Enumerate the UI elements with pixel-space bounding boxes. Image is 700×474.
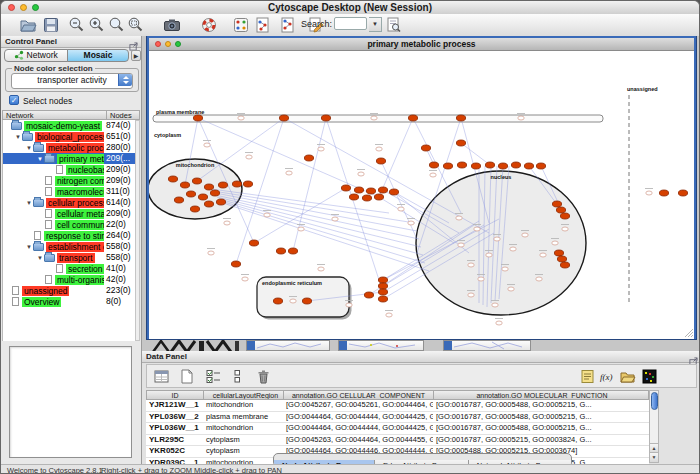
- small-node[interactable]: [494, 237, 500, 241]
- node[interactable]: [204, 184, 213, 190]
- tree-row-label[interactable]: transport: [57, 253, 95, 263]
- table-cell[interactable]: mitochondrion: [203, 423, 283, 434]
- tree-header-nodes[interactable]: Nodes: [106, 111, 132, 119]
- column-header[interactable]: ID: [147, 391, 204, 399]
- birdseye-view[interactable]: [9, 346, 132, 458]
- tree-row-label[interactable]: Overview: [22, 297, 61, 307]
- table-row[interactable]: YJR121W__1mitochondrion[GO:0045267, GO:0…: [146, 400, 649, 412]
- small-node[interactable]: [242, 277, 248, 281]
- node[interactable]: [180, 182, 189, 188]
- small-node[interactable]: [332, 217, 338, 221]
- small-node[interactable]: [264, 213, 270, 217]
- node[interactable]: [376, 158, 385, 164]
- delete-attribute-icon[interactable]: [255, 368, 272, 385]
- node[interactable]: [378, 296, 387, 302]
- tree-row-label[interactable]: unassigned: [22, 286, 69, 296]
- search-dropdown-button[interactable]: ▼: [369, 17, 382, 32]
- background-window-strip[interactable]: [443, 340, 531, 351]
- table-cell[interactable]: YPL036W__2: [146, 412, 203, 423]
- column-header[interactable]: _cellularLayoutRegion: [204, 391, 284, 399]
- new-attribute-icon[interactable]: [178, 368, 195, 385]
- small-node[interactable]: [298, 227, 304, 231]
- small-node[interactable]: [552, 241, 558, 245]
- table-row[interactable]: YPL036W__1mitochondrion[GO:0044464, GO:0…: [146, 423, 649, 435]
- node[interactable]: [678, 190, 687, 196]
- small-node[interactable]: [224, 221, 230, 225]
- node[interactable]: [364, 292, 373, 298]
- tree-scrollbar[interactable]: [135, 120, 140, 341]
- tree-row-label[interactable]: mosaic-demo-yeast: [24, 121, 102, 131]
- tree-row[interactable]: nucleobase-209(0): [3, 164, 136, 175]
- small-node[interactable]: [646, 191, 652, 195]
- node[interactable]: [457, 162, 466, 168]
- table-row[interactable]: YPL036W__2plasma membrane[GO:0044464, GO…: [146, 412, 649, 424]
- table-cell[interactable]: [GO:0016787, GO:0005215, GO:0003824, G..…: [433, 435, 649, 446]
- table-scrollbar[interactable]: ▲ ▼: [649, 390, 659, 463]
- open-icon[interactable]: [19, 16, 37, 34]
- node[interactable]: [210, 190, 219, 196]
- node[interactable]: [198, 194, 207, 200]
- float-panel-icon[interactable]: [129, 37, 138, 46]
- node[interactable]: [560, 262, 569, 268]
- node[interactable]: [659, 190, 668, 196]
- table-cell[interactable]: [GO:0016787, GO:0005488, GO:0005215, G..…: [433, 400, 649, 411]
- node[interactable]: [552, 201, 561, 207]
- disclosure-triangle-icon[interactable]: ▼: [36, 156, 44, 162]
- scrollbar-thumb[interactable]: [651, 392, 658, 410]
- small-node[interactable]: [456, 216, 462, 220]
- small-node[interactable]: [508, 287, 514, 291]
- node[interactable]: [362, 195, 371, 201]
- tree-row-label[interactable]: macromolecule: [55, 187, 104, 197]
- tree-row[interactable]: cellular metabo209(0): [3, 208, 136, 219]
- select-all-icon[interactable]: [153, 368, 170, 385]
- node[interactable]: [193, 115, 202, 121]
- tree-row-label[interactable]: multi-organism pro: [55, 275, 104, 285]
- node[interactable]: [536, 163, 545, 169]
- small-node[interactable]: [562, 227, 568, 231]
- node[interactable]: [243, 181, 252, 187]
- node[interactable]: [408, 115, 417, 121]
- zoom-out-icon[interactable]: [68, 16, 86, 34]
- table-row[interactable]: YLR295Ccytoplasm[GO:0045263, GO:0044464,…: [146, 435, 649, 447]
- tree-row[interactable]: Overview8(0): [3, 296, 136, 307]
- tree-row-label[interactable]: establishment of lo: [46, 242, 104, 252]
- node[interactable]: [556, 207, 565, 213]
- tree-row-label[interactable]: secretion: [66, 264, 104, 274]
- small-node[interactable]: [468, 263, 474, 267]
- node[interactable]: [302, 298, 311, 304]
- small-node[interactable]: [536, 277, 542, 281]
- tree-row-label[interactable]: metabolic process: [46, 143, 104, 153]
- function-builder-icon[interactable]: f(x): [599, 368, 616, 385]
- tree-row[interactable]: mosaic-demo-yeast874(0): [3, 120, 136, 131]
- import-icon[interactable]: [619, 368, 636, 385]
- small-node[interactable]: [290, 299, 296, 303]
- tree-row[interactable]: ▼transport558(0): [3, 252, 136, 263]
- node[interactable]: [321, 115, 330, 121]
- node[interactable]: [204, 201, 213, 207]
- node[interactable]: [421, 145, 430, 151]
- tree-row[interactable]: ▼biological_process651(0): [3, 131, 136, 142]
- small-node[interactable]: [492, 303, 498, 307]
- background-window-strip[interactable]: [246, 340, 330, 351]
- apply-layout-icon[interactable]: [253, 16, 271, 34]
- vizmapper-icon[interactable]: [232, 16, 250, 34]
- node[interactable]: [273, 298, 282, 304]
- node[interactable]: [485, 162, 494, 168]
- node[interactable]: [374, 194, 383, 200]
- table-cell[interactable]: plasma membrane: [203, 412, 283, 423]
- node[interactable]: [216, 199, 225, 205]
- notes-icon[interactable]: [579, 368, 596, 385]
- tree-row-label[interactable]: cell communicat: [55, 220, 104, 230]
- node[interactable]: [389, 189, 398, 195]
- tree-row[interactable]: ▼establishment of lo558(0): [3, 241, 136, 252]
- small-node[interactable]: [510, 247, 516, 251]
- node[interactable]: [366, 188, 375, 194]
- node[interactable]: [231, 261, 240, 267]
- tree-header[interactable]: Network Nodes: [2, 110, 140, 120]
- node[interactable]: [524, 163, 533, 169]
- unselect-attributes-icon[interactable]: [231, 368, 248, 385]
- node[interactable]: [354, 187, 363, 193]
- select-attributes-icon[interactable]: [205, 368, 222, 385]
- node[interactable]: [249, 240, 258, 246]
- node[interactable]: [174, 197, 183, 203]
